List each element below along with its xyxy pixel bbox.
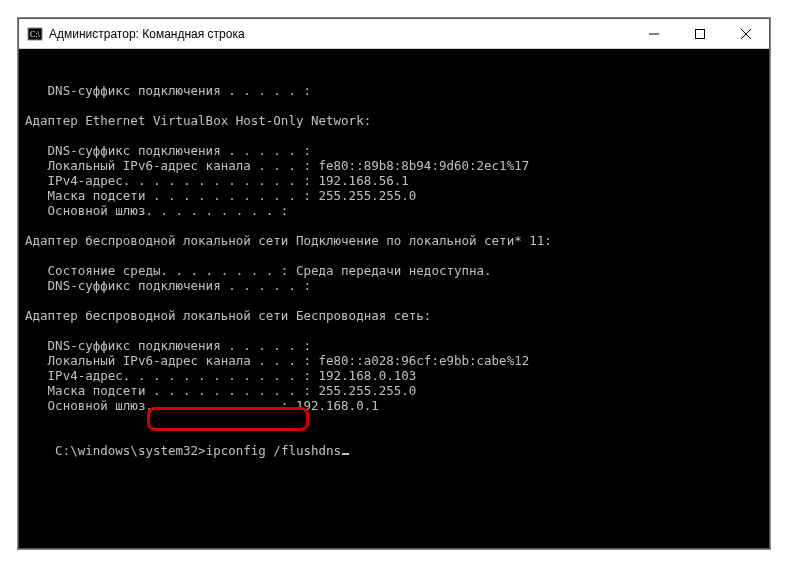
output-line	[25, 413, 763, 428]
output-line: Основной шлюз. . . . . . . . . :	[25, 203, 763, 218]
output-line	[25, 323, 763, 338]
window-controls	[631, 19, 769, 48]
output-line	[25, 218, 763, 233]
output-line: IPv4-адрес. . . . . . . . . . . . : 192.…	[25, 368, 763, 383]
minimize-button[interactable]	[631, 19, 677, 49]
cmd-icon: C:\	[27, 26, 43, 42]
cmd-window: C:\ Администратор: Командная строка DNS-…	[18, 18, 770, 549]
output-line: Адаптер беспроводной локальной сети Подк…	[25, 233, 763, 248]
output-line: Маска подсети . . . . . . . . . . : 255.…	[25, 188, 763, 203]
window-title: Администратор: Командная строка	[49, 27, 631, 41]
cursor	[342, 453, 349, 455]
typed-command: ipconfig /flushdns	[206, 443, 341, 458]
output-line	[25, 248, 763, 263]
output-line: DNS-суффикс подключения . . . . . :	[25, 338, 763, 353]
output-line: Состояние среды. . . . . . . . : Среда п…	[25, 263, 763, 278]
output-line: DNS-суффикс подключения . . . . . :	[25, 83, 763, 98]
output-text: DNS-суффикс подключения . . . . . : Адап…	[25, 83, 763, 428]
output-line: Маска подсети . . . . . . . . . . : 255.…	[25, 383, 763, 398]
prompt-line: C:\windows\system32>ipconfig /flushdns	[55, 443, 349, 458]
output-line: Адаптер беспроводной локальной сети Бесп…	[25, 308, 763, 323]
titlebar[interactable]: C:\ Администратор: Командная строка	[19, 19, 769, 49]
output-line: DNS-суффикс подключения . . . . . :	[25, 143, 763, 158]
svg-rect-3	[696, 30, 705, 39]
maximize-button[interactable]	[677, 19, 723, 49]
output-line: Основной шлюз. . . . . . . . . : 192.168…	[25, 398, 763, 413]
output-line: IPv4-адрес. . . . . . . . . . . . : 192.…	[25, 173, 763, 188]
output-line: Локальный IPv6-адрес канала . . . : fe80…	[25, 158, 763, 173]
svg-text:C:\: C:\	[30, 30, 41, 39]
output-line: Локальный IPv6-адрес канала . . . : fe80…	[25, 353, 763, 368]
terminal-area[interactable]: DNS-суффикс подключения . . . . . : Адап…	[19, 49, 769, 548]
output-line	[25, 98, 763, 113]
output-line: DNS-суффикс подключения . . . . . :	[25, 278, 763, 293]
prompt-path: C:\windows\system32>	[55, 443, 206, 458]
output-line	[25, 128, 763, 143]
output-line	[25, 293, 763, 308]
close-button[interactable]	[723, 19, 769, 49]
output-line: Адаптер Ethernet VirtualBox Host-Only Ne…	[25, 113, 763, 128]
